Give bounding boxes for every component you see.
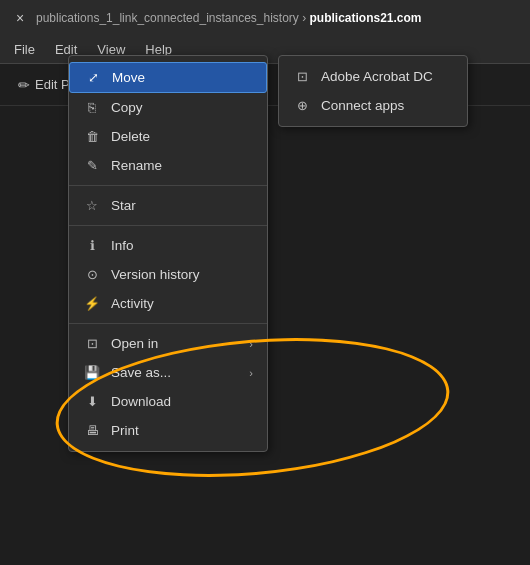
menu-open-in[interactable]: ⊡ Open in › <box>69 329 267 358</box>
menu-file[interactable]: File <box>4 38 45 61</box>
top-bar: × publications_1_link_connected_instance… <box>0 0 530 36</box>
divider-2 <box>69 225 267 226</box>
divider-1 <box>69 185 267 186</box>
close-button[interactable]: × <box>8 6 32 30</box>
menu-save-as[interactable]: 💾 Save as... › <box>69 358 267 387</box>
menu-download[interactable]: ⬇ Download <box>69 387 267 416</box>
submenu-connect-apps[interactable]: ⊕ Connect apps <box>279 91 467 120</box>
menu-version-history[interactable]: ⊙ Version history <box>69 260 267 289</box>
save-as-icon: 💾 <box>83 365 101 380</box>
download-icon: ⬇ <box>83 394 101 409</box>
version-history-icon: ⊙ <box>83 267 101 282</box>
info-icon: ℹ <box>83 238 101 253</box>
breadcrumb: publications_1_link_connected_instances_… <box>36 11 522 25</box>
menu-print[interactable]: 🖶 Print <box>69 416 267 445</box>
edit-pdf-icon: ✏ <box>18 77 30 93</box>
activity-icon: ⚡ <box>83 296 101 311</box>
open-in-icon: ⊡ <box>83 336 101 351</box>
menu-delete[interactable]: 🗑 Delete <box>69 122 267 151</box>
open-in-submenu: ⊡ Adobe Acrobat DC ⊕ Connect apps <box>278 55 468 127</box>
menu-info[interactable]: ℹ Info <box>69 231 267 260</box>
submenu-adobe-acrobat[interactable]: ⊡ Adobe Acrobat DC <box>279 62 467 91</box>
menu-activity[interactable]: ⚡ Activity <box>69 289 267 318</box>
rename-icon: ✎ <box>83 158 101 173</box>
menu-move[interactable]: ⤢ Move <box>69 62 267 93</box>
divider-3 <box>69 323 267 324</box>
star-icon: ☆ <box>83 198 101 213</box>
move-icon: ⤢ <box>84 70 102 85</box>
context-menu: ⤢ Move ⎘ Copy 🗑 Delete ✎ Rename ☆ Star ℹ… <box>68 55 268 452</box>
delete-icon: 🗑 <box>83 129 101 144</box>
menu-star[interactable]: ☆ Star <box>69 191 267 220</box>
print-icon: 🖶 <box>83 423 101 438</box>
menu-rename[interactable]: ✎ Rename <box>69 151 267 180</box>
connect-apps-icon: ⊕ <box>293 98 311 113</box>
open-in-arrow: › <box>249 338 253 350</box>
save-as-arrow: › <box>249 367 253 379</box>
copy-icon: ⎘ <box>83 100 101 115</box>
menu-copy[interactable]: ⎘ Copy <box>69 93 267 122</box>
adobe-acrobat-icon: ⊡ <box>293 69 311 84</box>
